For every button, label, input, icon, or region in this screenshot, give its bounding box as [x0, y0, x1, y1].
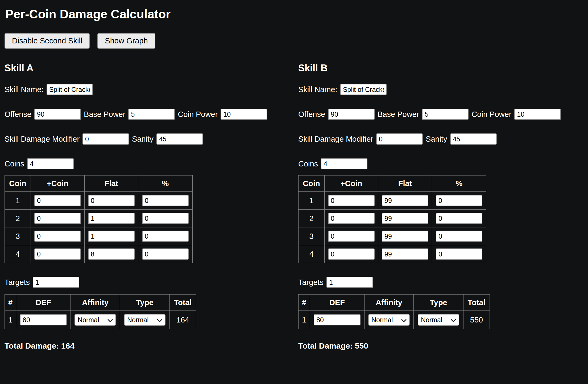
skill-b-targets-input[interactable]: [326, 277, 373, 288]
skill-b-coin2-flat-input[interactable]: [382, 213, 428, 224]
disable-second-skill-button[interactable]: Disable Second Skill: [5, 33, 90, 49]
target-table-header-row: # DEF Affinity Type Total: [5, 295, 196, 311]
skill-b-coin2-plus-input[interactable]: [328, 213, 375, 224]
skill-b-offense-input[interactable]: [328, 109, 375, 120]
skill-a-coin2-plus-input[interactable]: [34, 213, 81, 224]
coin-number: 2: [5, 210, 31, 227]
skill-a-targets-input[interactable]: [33, 277, 79, 288]
flat-header: Flat: [85, 175, 138, 192]
skill-b-def-input[interactable]: [314, 314, 361, 325]
coin-header: Coin: [5, 175, 31, 192]
def-header: DEF: [310, 295, 365, 311]
skill-b-power-row: Offense Base Power Coin Power: [298, 109, 588, 120]
skill-a-target-table: # DEF Affinity Type Total 1 Normal: [5, 294, 196, 329]
skill-b-coin3-flat-input[interactable]: [382, 231, 428, 242]
skill-b-coin1-flat-input[interactable]: [382, 195, 428, 206]
coin-number: 3: [299, 227, 325, 245]
coins-label: Coins: [298, 160, 318, 168]
affinity-header: Affinity: [71, 295, 120, 311]
skill-a-panel: Skill A Skill Name: Offense Base Power C…: [5, 63, 298, 350]
skill-a-coin1-flat-input[interactable]: [88, 195, 135, 206]
skill-b-coins-input[interactable]: [321, 158, 367, 169]
skill-a-power-row: Offense Base Power Coin Power: [5, 109, 298, 120]
skill-a-damage-modifier-input[interactable]: [82, 133, 129, 145]
skill-b-heading: Skill B: [298, 63, 588, 74]
skill-a-coin3-flat-input[interactable]: [88, 231, 135, 242]
table-row: 4: [299, 245, 486, 263]
skill-b-coin1-percent-input[interactable]: [436, 195, 482, 206]
target-number: 1: [299, 311, 310, 329]
offense-label: Offense: [298, 110, 325, 119]
percent-header: %: [432, 175, 486, 192]
targets-label: Targets: [5, 278, 30, 287]
skill-b-coin4-plus-input[interactable]: [328, 248, 375, 260]
skill-a-coin2-percent-input[interactable]: [142, 213, 189, 224]
skill-b-panel: Skill B Skill Name: Offense Base Power C…: [298, 63, 588, 350]
show-graph-button[interactable]: Show Graph: [97, 33, 155, 49]
skill-b-coin-power-input[interactable]: [514, 109, 561, 120]
sanity-label: Sanity: [132, 135, 154, 144]
flat-header: Flat: [378, 175, 432, 192]
percent-header: %: [138, 175, 193, 192]
target-number: 1: [5, 311, 16, 329]
skill-b-coin4-flat-input[interactable]: [382, 248, 428, 260]
skill-b-coin2-percent-input[interactable]: [436, 213, 482, 224]
skill-b-coin4-percent-input[interactable]: [436, 248, 482, 260]
total-damage-label: Total Damage:: [5, 341, 59, 350]
skill-a-offense-input[interactable]: [34, 109, 81, 120]
skill-b-damage-modifier-input[interactable]: [376, 133, 423, 145]
skill-a-name-row: Skill Name:: [5, 84, 298, 95]
coins-label: Coins: [5, 160, 24, 168]
skill-a-name-input[interactable]: [47, 84, 93, 95]
coin-number: 2: [299, 210, 325, 227]
skill-damage-modifier-label: Skill Damage Modifier: [298, 135, 373, 144]
skill-b-coin1-plus-input[interactable]: [328, 195, 375, 206]
coin-table-header-row: Coin +Coin Flat %: [299, 175, 486, 192]
skill-a-coin1-percent-input[interactable]: [142, 195, 189, 206]
total-header: Total: [463, 295, 490, 311]
skill-b-type-select[interactable]: Normal: [418, 314, 459, 326]
skill-a-sanity-input[interactable]: [156, 133, 203, 145]
skill-b-base-power-input[interactable]: [422, 109, 469, 120]
table-row: 3: [299, 227, 486, 245]
skill-a-coin4-plus-input[interactable]: [34, 248, 81, 260]
skill-a-heading: Skill A: [5, 63, 298, 74]
skill-a-base-power-input[interactable]: [128, 109, 175, 120]
skill-name-label: Skill Name:: [5, 85, 44, 94]
plus-coin-header: +Coin: [31, 175, 85, 192]
skill-b-modifier-row: Skill Damage Modifier Sanity: [298, 133, 588, 145]
skill-b-coin3-percent-input[interactable]: [436, 231, 482, 242]
target-table-header-row: # DEF Affinity Type Total: [299, 295, 490, 311]
total-damage-value: 164: [61, 341, 74, 350]
plus-coin-header: +Coin: [325, 175, 378, 192]
skill-a-coins-input[interactable]: [27, 158, 74, 169]
skill-b-coin-table: Coin +Coin Flat % 1 2: [298, 175, 486, 263]
skill-a-coin2-flat-input[interactable]: [88, 213, 135, 224]
skill-a-coin1-plus-input[interactable]: [34, 195, 81, 206]
affinity-header: Affinity: [365, 295, 414, 311]
num-header: #: [299, 295, 310, 311]
skill-a-coin3-plus-input[interactable]: [34, 231, 81, 242]
skill-b-name-input[interactable]: [340, 84, 387, 95]
coin-header: Coin: [299, 175, 325, 192]
skill-a-coin4-percent-input[interactable]: [142, 248, 189, 260]
skill-a-total-damage: Total Damage: 164: [5, 341, 298, 350]
skill-a-coin3-percent-input[interactable]: [142, 231, 189, 242]
skill-a-type-select[interactable]: Normal: [124, 314, 165, 326]
skill-damage-modifier-label: Skill Damage Modifier: [5, 135, 80, 144]
total-damage-value: 550: [355, 341, 368, 350]
type-header: Type: [414, 295, 463, 311]
table-row: 1 Normal Normal: [299, 311, 490, 329]
skill-b-affinity-select[interactable]: Normal: [368, 314, 410, 326]
skill-a-coin-power-input[interactable]: [221, 109, 267, 120]
table-row: 2: [299, 210, 486, 227]
skill-b-sanity-input[interactable]: [450, 133, 497, 145]
skill-a-coin4-flat-input[interactable]: [88, 248, 135, 260]
skill-a-affinity-select[interactable]: Normal: [74, 314, 116, 326]
skill-b-coin3-plus-input[interactable]: [328, 231, 375, 242]
coin-number: 1: [5, 192, 31, 210]
targets-label: Targets: [298, 278, 324, 287]
skill-a-def-input[interactable]: [20, 314, 67, 325]
table-row: 1 Normal Normal: [5, 311, 196, 329]
skill-b-total-damage: Total Damage: 550: [298, 341, 588, 350]
